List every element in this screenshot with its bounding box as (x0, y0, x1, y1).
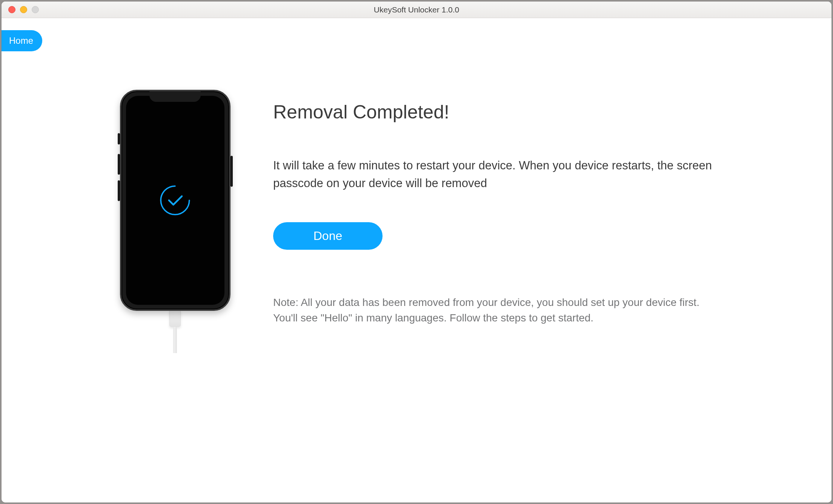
checkmark-circle-icon (158, 183, 192, 217)
done-button[interactable]: Done (273, 222, 383, 250)
phone-body (120, 90, 231, 311)
minimize-window-button[interactable] (20, 6, 27, 13)
phone-side-button (231, 156, 233, 187)
main-text-column: Removal Completed! It will take a few mi… (273, 90, 726, 353)
phone-screen (126, 96, 224, 305)
page-title: Removal Completed! (273, 101, 726, 123)
app-window: UkeySoft Unlocker 1.0.0 Home (2, 2, 831, 502)
phone-side-button (118, 154, 120, 175)
done-button-label: Done (314, 229, 343, 243)
cable-connector (169, 309, 181, 327)
note-text: Note: All your data has been removed fro… (273, 295, 726, 326)
main-layout: Removal Completed! It will take a few mi… (2, 18, 831, 353)
home-button[interactable]: Home (2, 30, 42, 51)
phone-side-button (118, 180, 120, 201)
content-area: Home (2, 18, 831, 502)
zoom-window-button[interactable] (32, 6, 39, 13)
titlebar: UkeySoft Unlocker 1.0.0 (2, 2, 831, 18)
phone-side-button (118, 133, 120, 144)
window-title: UkeySoft Unlocker 1.0.0 (2, 5, 831, 14)
device-illustration (115, 90, 235, 353)
body-text: It will take a few minutes to restart yo… (273, 157, 726, 192)
cable-wire (173, 327, 177, 353)
home-button-label: Home (9, 35, 33, 46)
close-window-button[interactable] (8, 6, 15, 13)
traffic-lights (2, 6, 39, 13)
phone-notch (149, 91, 201, 102)
phone-mockup (120, 90, 231, 311)
